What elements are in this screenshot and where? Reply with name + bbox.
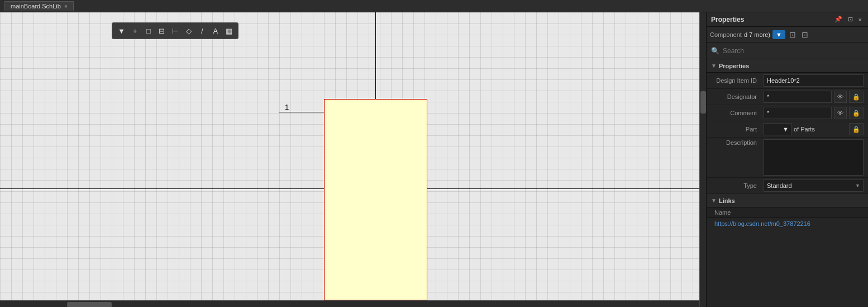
designator-lock-btn[interactable]: 🔒 (849, 91, 864, 103)
component-box (324, 99, 427, 300)
component-filter-bar: Component d 7 more) ▼ ⊡ ⊡ (707, 27, 868, 42)
pin-number-label: 1 (285, 103, 289, 111)
search-icon: 🔍 (711, 47, 719, 55)
properties-section-header[interactable]: ▼ Properties (707, 59, 868, 73)
part-dropdown-arrow: ▼ (783, 126, 789, 133)
canvas-toolbar: ▼ + □ ⊟ ⊢ ◇ / A ▦ (112, 22, 239, 39)
type-dropdown-arrow: ▼ (855, 183, 860, 188)
part-row: Part ▼ of Parts 🔒 (707, 121, 868, 138)
properties-panel: Properties 📌 ⊡ × Component d 7 more) ▼ ⊡… (706, 12, 868, 307)
comment-value[interactable]: * (764, 107, 832, 119)
panel-title: Properties (711, 16, 744, 23)
part-dropdown[interactable]: ▼ (764, 123, 791, 135)
line-toolbar-btn[interactable]: / (196, 25, 208, 37)
panel-close-btn[interactable]: × (857, 16, 864, 23)
tab-label: mainBoard.SchLib (11, 3, 61, 10)
panel-header-actions: 📌 ⊡ × (833, 15, 864, 23)
canvas-vertical-scrollbar[interactable] (699, 12, 706, 307)
search-input[interactable] (723, 47, 864, 55)
canvas-area[interactable]: ▼ + □ ⊟ ⊢ ◇ / A ▦ 1 (0, 12, 706, 307)
type-label: Type (711, 182, 761, 189)
pin-toolbar-btn[interactable]: ⊢ (169, 25, 182, 37)
part-label: Part (711, 126, 761, 133)
filter-toggle-btn[interactable]: ▼ (772, 30, 785, 39)
comment-eye-btn[interactable]: 👁 (834, 107, 847, 119)
part-lock-btn[interactable]: 🔒 (849, 123, 864, 135)
description-textarea[interactable] (764, 139, 864, 176)
comment-row: Comment * 👁 🔒 (707, 105, 868, 121)
comment-label: Comment (711, 110, 761, 116)
canvas-vscroll-thumb[interactable] (700, 91, 706, 114)
table-toolbar-btn[interactable]: ▦ (223, 25, 235, 37)
filter-toolbar-btn[interactable]: ▼ (115, 25, 128, 37)
pin-line (279, 112, 324, 112)
description-row: Description (707, 138, 868, 178)
comment-lock-btn[interactable]: 🔒 (849, 107, 864, 119)
search-bar: 🔍 (707, 42, 868, 59)
canvas-hscroll-thumb[interactable] (67, 302, 112, 307)
links-section: ▼ Links Name https://blog.csdn.net/m0_37… (707, 194, 868, 307)
design-item-id-row: Design Item ID Header10*2 (707, 73, 868, 89)
designator-eye-btn[interactable]: 👁 (834, 91, 847, 103)
component-label: Component (710, 31, 742, 38)
design-item-id-value[interactable]: Header10*2 (764, 74, 864, 87)
rect-toolbar-btn[interactable]: □ (142, 25, 155, 37)
panel-float-btn[interactable]: ⊡ (846, 15, 855, 23)
design-item-id-label: Design Item ID (711, 77, 761, 84)
panel-icon-btn-1[interactable]: ⊡ (788, 30, 798, 40)
links-url[interactable]: https://blog.csdn.net/m0_37872216 (707, 218, 868, 229)
of-parts-text: of Parts (794, 126, 847, 133)
main-layout: ▼ + □ ⊟ ⊢ ◇ / A ▦ 1 Properties (0, 12, 868, 307)
links-section-title: Links (719, 197, 735, 204)
links-name-column: Name (707, 207, 868, 218)
canvas-horizontal-scrollbar[interactable] (0, 300, 699, 307)
file-tab[interactable]: mainBoard.SchLib × (4, 1, 74, 11)
designator-row: Designator * 👁 🔒 (707, 89, 868, 105)
links-collapse-arrow: ▼ (711, 197, 717, 204)
designator-label: Designator (711, 93, 761, 100)
type-value: Standard (767, 182, 792, 189)
title-bar: mainBoard.SchLib × (0, 0, 868, 12)
type-dropdown[interactable]: Standard ▼ (764, 180, 864, 192)
component-value: d 7 more) (744, 31, 770, 38)
links-section-header[interactable]: ▼ Links (707, 194, 868, 207)
section-collapse-arrow: ▼ (711, 63, 717, 69)
description-label: Description (711, 139, 761, 146)
multi-toolbar-btn[interactable]: ⊟ (156, 25, 168, 37)
panel-header: Properties 📌 ⊡ × (707, 12, 868, 27)
panel-pin-btn[interactable]: 📌 (833, 15, 844, 23)
type-row: Type Standard ▼ (707, 178, 868, 194)
tab-close-icon[interactable]: × (64, 3, 68, 10)
add-toolbar-btn[interactable]: + (129, 25, 141, 37)
properties-section-title: Properties (719, 63, 749, 69)
designator-value[interactable]: * (764, 91, 832, 103)
text-toolbar-btn[interactable]: A (209, 25, 222, 37)
erase-toolbar-btn[interactable]: ◇ (183, 25, 195, 37)
panel-icon-btn-2[interactable]: ⊡ (800, 30, 810, 40)
